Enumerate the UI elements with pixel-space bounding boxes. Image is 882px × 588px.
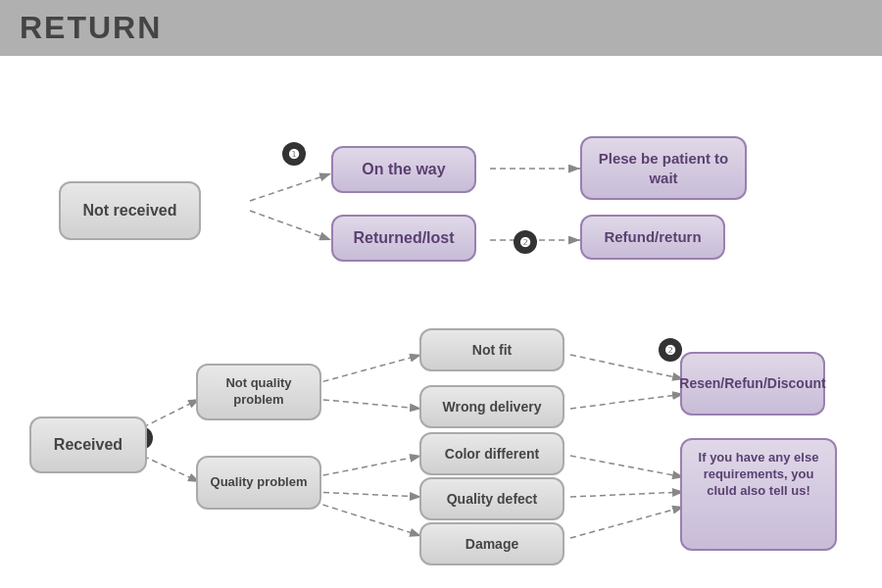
color-different-node: Color different <box>419 432 564 475</box>
svg-line-14 <box>570 394 684 409</box>
not-received-node: Not received <box>59 181 201 240</box>
svg-line-15 <box>570 456 684 477</box>
damage-node: Damage <box>419 522 564 565</box>
svg-line-11 <box>314 492 421 497</box>
svg-line-2 <box>250 173 331 201</box>
quality-problem-node: Quality problem <box>196 456 321 510</box>
if-you-have-node: If you have any else requirements, you c… <box>680 438 837 551</box>
svg-line-16 <box>570 492 684 497</box>
svg-line-3 <box>250 211 331 240</box>
resen-refund-node: Resen/Refun/Discount <box>680 352 825 416</box>
header: RETURN <box>0 0 882 56</box>
on-the-way-node: On the way <box>331 146 476 193</box>
badge-two-top: ❷ <box>514 230 537 254</box>
not-quality-problem-node: Not quality problem <box>196 364 321 420</box>
svg-line-12 <box>314 502 421 536</box>
wrong-delivery-node: Wrong delivery <box>419 385 564 428</box>
diagram-area: ❶ ❷ ❸ ❷ Not received On the way Returned… <box>0 56 882 588</box>
page-title: RETURN <box>20 10 162 45</box>
badge-one: ❶ <box>282 142 306 166</box>
svg-line-17 <box>570 507 684 538</box>
badge-two-bottom: ❷ <box>659 338 682 362</box>
not-fit-node: Not fit <box>419 328 564 371</box>
quality-defect-node: Quality defect <box>419 477 564 520</box>
svg-line-9 <box>314 399 421 409</box>
svg-line-8 <box>314 355 421 384</box>
svg-line-10 <box>314 456 421 477</box>
plese-patient-node: Plese be patient to wait <box>580 136 747 200</box>
received-node: Received <box>29 416 147 473</box>
refund-return-top-node: Refund/return <box>580 215 725 260</box>
returned-lost-node: Returned/lost <box>331 215 476 262</box>
